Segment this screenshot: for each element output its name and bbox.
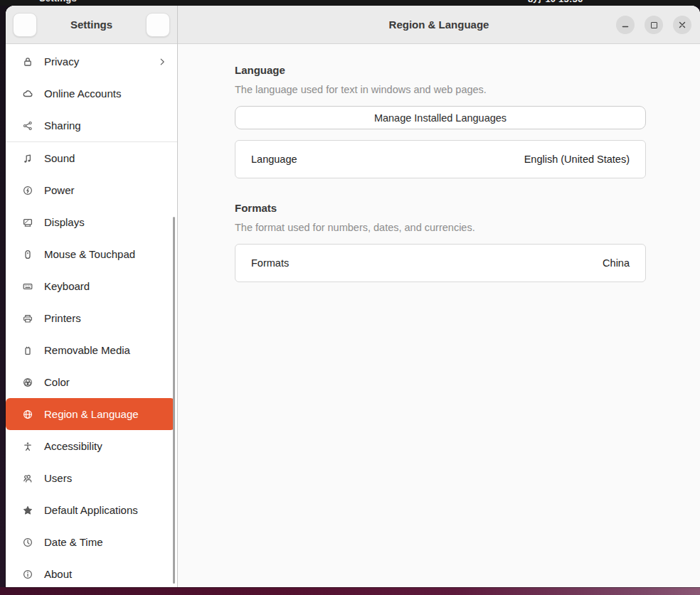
hamburger-menu-icon bbox=[152, 19, 164, 31]
close-button[interactable] bbox=[673, 16, 691, 34]
sidebar-item-label: Removable Media bbox=[44, 344, 130, 356]
sidebar-item-printers[interactable]: Printers bbox=[6, 302, 177, 334]
close-icon bbox=[678, 21, 686, 29]
desktop: Settings Privacy Online Accounts Sharing bbox=[0, 6, 700, 587]
formats-row-value: China bbox=[603, 257, 630, 269]
sidebar-title: Settings bbox=[70, 18, 112, 31]
settings-window: Settings Privacy Online Accounts Sharing bbox=[6, 6, 700, 587]
region-language-content: Language The language used for text in w… bbox=[178, 44, 700, 282]
cloud-icon bbox=[21, 87, 33, 100]
sidebar-item-label: Privacy bbox=[44, 55, 79, 68]
globe-icon bbox=[21, 408, 33, 420]
sidebar-item-sound[interactable]: Sound bbox=[6, 142, 177, 174]
mouse-icon bbox=[21, 248, 33, 260]
sidebar-item-label: Online Accounts bbox=[44, 87, 121, 100]
display-icon bbox=[21, 216, 33, 228]
sidebar-item-label: Printers bbox=[44, 312, 81, 324]
manage-installed-languages-button[interactable]: Manage Installed Languages bbox=[235, 106, 646, 129]
language-row[interactable]: Language English (United States) bbox=[235, 140, 646, 178]
sidebar: Settings Privacy Online Accounts Sharing bbox=[6, 6, 178, 587]
chevron-right-icon bbox=[157, 57, 167, 67]
share-icon bbox=[21, 119, 33, 132]
sidebar-item-label: Default Applications bbox=[44, 504, 138, 516]
sidebar-item-privacy[interactable]: Privacy bbox=[6, 45, 177, 77]
sidebar-item-label: About bbox=[44, 568, 72, 580]
color-wheel-icon bbox=[21, 376, 33, 388]
language-section: Language The language used for text in w… bbox=[235, 64, 646, 178]
clock-icon bbox=[21, 536, 33, 548]
sidebar-header: Settings bbox=[6, 6, 177, 44]
main-panel: Region & Language Language The language … bbox=[178, 6, 700, 587]
topbar-clock[interactable]: 8月 10 15:56 bbox=[528, 0, 583, 6]
desktop-wallpaper-strip bbox=[0, 587, 700, 595]
keyboard-icon bbox=[21, 280, 33, 292]
sidebar-item-label: Users bbox=[44, 472, 72, 484]
search-button[interactable] bbox=[13, 13, 37, 37]
language-section-title: Language bbox=[235, 64, 646, 76]
sidebar-item-label: Date & Time bbox=[44, 536, 103, 548]
star-icon bbox=[21, 504, 33, 516]
minimize-icon bbox=[621, 21, 630, 29]
header-bar: Region & Language bbox=[178, 6, 700, 44]
sidebar-item-color[interactable]: Color bbox=[6, 366, 177, 398]
users-icon bbox=[21, 472, 33, 484]
sidebar-item-label: Sound bbox=[44, 152, 75, 164]
sidebar-scrollbar[interactable] bbox=[173, 217, 175, 584]
maximize-button[interactable] bbox=[645, 16, 663, 34]
language-row-value: English (United States) bbox=[524, 154, 630, 165]
sidebar-nav: Privacy Online Accounts Sharing Sound Po… bbox=[6, 44, 177, 587]
page-title: Region & Language bbox=[389, 18, 489, 31]
printer-icon bbox=[21, 312, 33, 324]
sidebar-item-label: Power bbox=[44, 184, 75, 196]
primary-menu-button[interactable] bbox=[146, 13, 170, 37]
topbar-app-label: Settings bbox=[39, 0, 77, 4]
sidebar-item-users[interactable]: Users bbox=[6, 462, 177, 494]
window-controls bbox=[616, 6, 691, 44]
sidebar-item-label: Sharing bbox=[44, 119, 81, 132]
sidebar-item-power[interactable]: Power bbox=[6, 174, 177, 206]
sidebar-item-label: Displays bbox=[44, 216, 85, 228]
sidebar-item-removable-media[interactable]: Removable Media bbox=[6, 334, 177, 366]
sidebar-item-displays[interactable]: Displays bbox=[6, 206, 177, 238]
accessibility-icon bbox=[21, 440, 33, 452]
usb-drive-icon bbox=[21, 344, 33, 356]
sidebar-item-label: Mouse & Touchpad bbox=[44, 248, 135, 260]
formats-row[interactable]: Formats China bbox=[235, 244, 646, 282]
formats-section: Formats The format used for numbers, dat… bbox=[235, 202, 646, 282]
maximize-icon bbox=[651, 22, 657, 28]
sidebar-item-mouse-touchpad[interactable]: Mouse & Touchpad bbox=[6, 238, 177, 270]
info-icon bbox=[21, 568, 33, 580]
language-section-description: The language used for text in windows an… bbox=[235, 84, 646, 95]
sidebar-item-label: Keyboard bbox=[44, 280, 90, 292]
formats-section-title: Formats bbox=[235, 202, 646, 214]
sidebar-item-sharing[interactable]: Sharing bbox=[6, 109, 177, 141]
desktop-top-bar: Settings 8月 10 15:56 bbox=[0, 0, 700, 6]
search-icon bbox=[19, 19, 31, 31]
sidebar-item-about[interactable]: About bbox=[6, 558, 177, 587]
minimize-button[interactable] bbox=[616, 16, 635, 34]
sidebar-item-accessibility[interactable]: Accessibility bbox=[6, 430, 177, 462]
music-note-icon bbox=[21, 152, 33, 164]
sidebar-item-label: Accessibility bbox=[44, 440, 102, 452]
sidebar-item-keyboard[interactable]: Keyboard bbox=[6, 270, 177, 302]
sidebar-item-online-accounts[interactable]: Online Accounts bbox=[6, 77, 177, 109]
language-row-label: Language bbox=[251, 154, 297, 165]
power-icon bbox=[21, 184, 33, 196]
lock-icon bbox=[21, 55, 33, 68]
sidebar-item-label: Color bbox=[44, 376, 70, 388]
sidebar-item-region-language[interactable]: Region & Language bbox=[6, 398, 175, 430]
sidebar-item-default-applications[interactable]: Default Applications bbox=[6, 494, 177, 526]
formats-section-description: The format used for numbers, dates, and … bbox=[235, 222, 646, 233]
sidebar-item-label: Region & Language bbox=[44, 408, 139, 420]
sidebar-item-date-time[interactable]: Date & Time bbox=[6, 526, 177, 558]
formats-row-label: Formats bbox=[251, 257, 289, 269]
